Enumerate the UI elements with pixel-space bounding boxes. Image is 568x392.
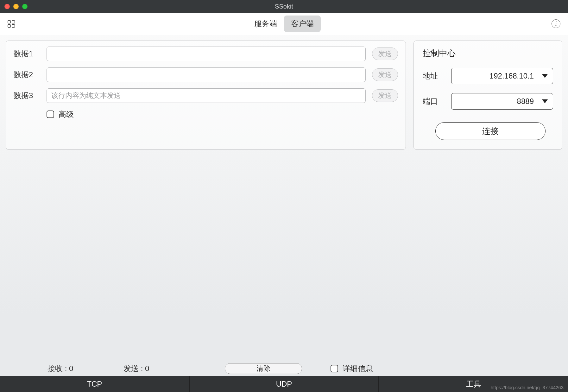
watermark: https://blog.csdn.net/qq_37744263	[491, 385, 564, 390]
close-icon[interactable]	[4, 4, 10, 9]
send-stat: 发送 : 0	[123, 364, 180, 374]
control-panel: 控制中心 地址 192.168.10.1 端口 8889 连接	[413, 41, 562, 150]
recv-value: 0	[69, 364, 73, 373]
data-label-3: 数据3	[14, 91, 40, 101]
detail-toggle: 详细信息	[331, 364, 373, 374]
clear-button[interactable]: 清除	[225, 363, 302, 374]
info-icon[interactable]: i	[552, 19, 560, 28]
bottom-tab-tcp[interactable]: TCP	[0, 376, 190, 392]
titlebar: SSokit	[0, 0, 568, 13]
data-input-1[interactable]	[47, 47, 366, 61]
control-title: 控制中心	[423, 48, 553, 59]
send-label: 发送 :	[123, 364, 143, 373]
address-row: 地址 192.168.10.1	[423, 68, 553, 84]
bottom-tabs: TCP UDP 工具 https://blog.csdn.net/qq_3774…	[0, 376, 568, 392]
advanced-label: 高级	[59, 109, 74, 119]
tab-client[interactable]: 客户端	[284, 16, 321, 32]
recv-label: 接收 :	[47, 364, 67, 373]
data-row-3: 数据3 发送	[14, 88, 398, 103]
detail-checkbox[interactable]	[331, 365, 338, 372]
maximize-icon[interactable]	[22, 4, 28, 9]
port-value: 8889	[458, 97, 537, 106]
port-row: 端口 8889	[423, 93, 553, 110]
advanced-row: 高级	[14, 109, 398, 119]
status-bar: 接收 : 0 发送 : 0 清除 详细信息	[0, 361, 568, 376]
data-label-2: 数据2	[14, 70, 40, 80]
bottom-tab-tools[interactable]: 工具 https://blog.csdn.net/qq_37744263	[379, 376, 568, 392]
data-label-1: 数据1	[14, 49, 40, 59]
connect-button[interactable]: 连接	[435, 122, 546, 140]
chevron-down-icon	[542, 74, 548, 78]
bottom-tab-udp[interactable]: UDP	[190, 376, 379, 392]
address-value: 192.168.10.1	[458, 72, 537, 80]
detail-label: 详细信息	[343, 364, 373, 374]
advanced-checkbox[interactable]	[47, 111, 54, 118]
port-label: 端口	[423, 96, 442, 106]
data-input-3[interactable]	[47, 88, 366, 103]
content: 数据1 发送 数据2 发送 数据3 发送 高级 控制中心 地址 192.168.…	[0, 35, 568, 150]
window-title: SSokit	[275, 3, 293, 10]
tab-server[interactable]: 服务端	[247, 16, 284, 32]
toolbar: 服务端 客户端 i	[0, 13, 568, 35]
data-panel: 数据1 发送 数据2 发送 数据3 发送 高级	[6, 41, 406, 150]
data-input-2[interactable]	[47, 67, 366, 82]
send-button-2[interactable]: 发送	[372, 68, 398, 81]
window-controls	[4, 4, 28, 9]
data-row-2: 数据2 发送	[14, 67, 398, 82]
data-row-1: 数据1 发送	[14, 47, 398, 61]
address-select[interactable]: 192.168.10.1	[451, 68, 553, 84]
apps-grid-icon[interactable]	[6, 19, 16, 28]
mode-tabs: 服务端 客户端	[247, 16, 321, 32]
chevron-down-icon	[542, 99, 548, 103]
bottom-tab-tools-label: 工具	[466, 379, 481, 389]
recv-stat: 接收 : 0	[47, 364, 104, 374]
send-button-1[interactable]: 发送	[372, 47, 398, 60]
send-value: 0	[145, 364, 149, 373]
address-label: 地址	[423, 71, 442, 81]
send-button-3[interactable]: 发送	[372, 89, 398, 102]
port-select[interactable]: 8889	[451, 93, 553, 110]
minimize-icon[interactable]	[13, 4, 19, 9]
